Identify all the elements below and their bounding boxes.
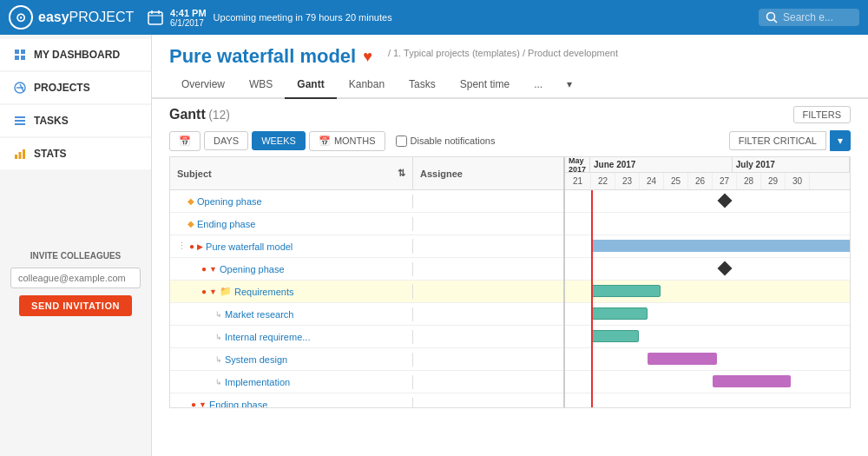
tab-overview[interactable]: Overview (169, 71, 237, 99)
row-actions[interactable]: ⋮ (177, 241, 187, 252)
send-invitation-button[interactable]: SEND INVITATION (19, 295, 132, 316)
row-assignee (413, 403, 563, 406)
project-header: Pure waterfall model ♥ / 1. Typical proj… (152, 35, 868, 68)
circle-icon: ● (189, 241, 194, 251)
calendar-icon-btn[interactable]: 📅 (169, 131, 201, 151)
tab-more[interactable]: ... (522, 71, 555, 99)
disable-notifications-checkbox[interactable] (396, 135, 407, 147)
tasks-icon (13, 114, 27, 128)
table-row: ● ▼ Ending phase (170, 393, 563, 407)
task-link[interactable]: Ending phase (209, 400, 267, 408)
task-link[interactable]: Ending phase (197, 219, 255, 229)
tab-tasks[interactable]: Tasks (397, 71, 448, 99)
gantt-title: Gantt (12) (169, 107, 230, 122)
sort-icon[interactable]: ⇅ (398, 168, 405, 179)
invite-email-input[interactable] (10, 268, 141, 288)
weeks-button[interactable]: WEEKS (252, 131, 306, 150)
day-row: 21 22 23 24 25 26 27 28 29 30 (565, 173, 850, 189)
gantt-toolbar: 📅 DAYS WEEKS 📅 MONTHS Disable notificati… (169, 130, 851, 151)
day-cell: 24 (640, 173, 664, 189)
gantt-rows-left: ◆ Opening phase ◆ Ending phase (170, 190, 563, 407)
task-link[interactable]: Opening phase (220, 264, 285, 274)
cal-icon-months: 📅 (319, 135, 331, 147)
filter-critical-button[interactable]: FILTER CRITICAL (729, 131, 826, 150)
header-search[interactable] (759, 9, 859, 26)
circle-icon: ● (201, 287, 207, 296)
favorite-icon[interactable]: ♥ (363, 48, 372, 66)
expand-icon[interactable]: ▶ (197, 242, 203, 251)
diamond-icon: ◆ (187, 196, 194, 206)
svg-rect-15 (15, 123, 25, 125)
sidebar-item-stats[interactable]: STATS (0, 138, 151, 169)
tab-kanban[interactable]: Kanban (337, 71, 397, 99)
tab-spent-time[interactable]: Spent time (448, 71, 522, 99)
row-subject: ◆ Ending phase (170, 217, 413, 231)
svg-rect-16 (15, 155, 17, 159)
logo-text: easyPROJECT (38, 10, 134, 25)
sidebar-item-projects[interactable]: PROJECTS (0, 72, 151, 103)
row-subject: ↳ Internal requireme... (170, 330, 413, 344)
content-area: Pure waterfall model ♥ / 1. Typical proj… (152, 35, 868, 456)
svg-rect-8 (15, 56, 19, 60)
circle-icon: ● (191, 400, 196, 407)
row-assignee (413, 245, 563, 248)
svg-rect-9 (21, 56, 25, 60)
sub-arrow: ↳ (215, 378, 222, 387)
task-link[interactable]: Internal requireme... (225, 332, 310, 342)
month-row: May 2017 June 2017 July 2017 (565, 157, 850, 173)
gantt-bar-row (565, 326, 850, 348)
sidebar-item-tasks[interactable]: TASKS (0, 105, 151, 136)
calendar-icon (148, 10, 163, 25)
tab-gantt[interactable]: Gantt (285, 71, 336, 99)
svg-point-4 (767, 13, 775, 21)
filters-button[interactable]: FILTERS (793, 106, 851, 123)
table-row: ● ▼ 📁 Requirements (170, 281, 563, 303)
header-time: 4:41 PM 6/1/2017 (170, 8, 207, 28)
sub-arrow: ↳ (215, 355, 222, 364)
breadcrumb-link-1[interactable]: 1. Typical projects (templates) (393, 48, 520, 58)
expand-icon[interactable]: ▼ (209, 287, 217, 296)
months-button[interactable]: 📅 MONTHS (309, 131, 385, 151)
gantt-bar (591, 307, 648, 320)
search-input[interactable] (783, 11, 852, 23)
sidebar-item-tasks-label: TASKS (34, 115, 69, 127)
gantt-bar (648, 353, 717, 365)
projects-icon (13, 81, 27, 95)
sidebar-item-dashboard[interactable]: MY DASHBOARD (0, 39, 151, 70)
days-button[interactable]: DAYS (204, 131, 248, 150)
day-cell: 22 (591, 173, 615, 189)
svg-rect-6 (15, 50, 19, 54)
main-layout: MY DASHBOARD PROJECTS TASKS STATS INVITE… (0, 35, 868, 456)
task-link[interactable]: Market research (225, 309, 293, 320)
expand-icon[interactable]: ▼ (209, 265, 217, 274)
task-link[interactable]: Requirements (234, 287, 293, 297)
gantt-bar-row (565, 281, 850, 303)
gantt-right-panel: May 2017 June 2017 July 2017 21 22 23 24… (565, 157, 850, 407)
disable-notifications-label[interactable]: Disable notifications (396, 135, 496, 147)
month-cell: July 2017 (733, 157, 850, 172)
project-title-row: Pure waterfall model ♥ / 1. Typical proj… (169, 45, 851, 68)
table-row: ◆ Opening phase (170, 190, 563, 213)
task-link[interactable]: Implementation (225, 377, 290, 387)
table-row: ↳ Market research (170, 303, 563, 326)
gantt-title-row: Gantt (12) FILTERS (169, 106, 851, 123)
tab-arrow[interactable]: ▾ (555, 71, 584, 99)
task-link[interactable]: Pure waterfall model (206, 241, 293, 252)
task-link[interactable]: System design (225, 354, 287, 365)
task-link[interactable]: Opening phase (197, 196, 262, 207)
gantt-bar (591, 240, 850, 252)
sub-arrow: ↳ (215, 310, 222, 319)
row-subject: ↳ System design (170, 353, 413, 367)
tab-wbs[interactable]: WBS (237, 71, 285, 99)
filter-critical-blue-btn[interactable]: ▾ (830, 130, 851, 151)
sidebar-item-dashboard-label: MY DASHBOARD (34, 49, 120, 61)
table-row: ↳ System design (170, 348, 563, 371)
day-cell: 30 (786, 173, 810, 189)
gantt-count: (12) (208, 108, 230, 122)
expand-icon[interactable]: ▼ (199, 400, 207, 408)
gantt-bar-row (565, 213, 850, 235)
gantt-bar-row (565, 348, 850, 371)
meeting-text: Upcoming meeting in 79 hours 20 minutes (214, 12, 392, 23)
svg-rect-0 (148, 12, 162, 24)
diamond-marker (718, 261, 733, 276)
